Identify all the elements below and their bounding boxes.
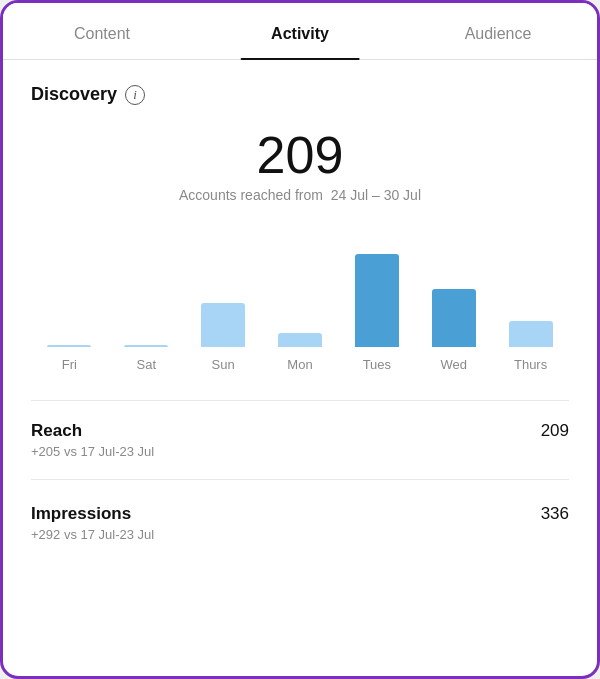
bar-label-fri: Fri [31, 357, 108, 372]
tab-bar: Content Activity Audience [3, 3, 597, 60]
reach-label: Reach [31, 421, 82, 441]
main-content: Discovery i 209 Accounts reached from 24… [3, 60, 597, 676]
tab-audience[interactable]: Audience [399, 3, 597, 59]
accounts-reached-number: 209 [31, 129, 569, 181]
bar-label-wed: Wed [415, 357, 492, 372]
bar-label-sat: Sat [108, 357, 185, 372]
bar-mon [278, 333, 322, 347]
tab-content[interactable]: Content [3, 3, 201, 59]
date-range-label: Accounts reached from 24 Jul – 30 Jul [31, 187, 569, 203]
bar-label-tues: Tues [338, 357, 415, 372]
metric-impressions: Impressions336+292 vs 17 Jul-23 Jul [31, 504, 569, 542]
bar-fri [47, 345, 91, 347]
reach-change: +205 vs 17 Jul-23 Jul [31, 444, 569, 459]
bar-col-fri [31, 231, 108, 347]
chart-labels: FriSatSunMonTuesWedThurs [31, 357, 569, 372]
bar-col-sat [108, 231, 185, 347]
impressions-change: +292 vs 17 Jul-23 Jul [31, 527, 569, 542]
bar-col-tues [338, 231, 415, 347]
bar-thurs [509, 321, 553, 347]
bar-wed [432, 289, 476, 347]
bar-sun [201, 303, 245, 347]
metrics-container: Reach209+205 vs 17 Jul-23 JulImpressions… [31, 421, 569, 542]
bar-col-thurs [492, 231, 569, 347]
phone-frame: Content Activity Audience Discovery i 20… [0, 0, 600, 679]
discovery-header: Discovery i [31, 84, 569, 105]
bar-tues [355, 254, 399, 347]
bars-area [31, 231, 569, 351]
bar-chart: FriSatSunMonTuesWedThurs [31, 231, 569, 372]
metric-divider-0 [31, 479, 569, 480]
bar-sat [124, 345, 168, 347]
reach-value: 209 [541, 421, 569, 441]
info-icon[interactable]: i [125, 85, 145, 105]
bar-label-thurs: Thurs [492, 357, 569, 372]
bar-label-mon: Mon [262, 357, 339, 372]
bar-col-mon [262, 231, 339, 347]
metric-reach: Reach209+205 vs 17 Jul-23 Jul [31, 421, 569, 480]
discovery-title: Discovery [31, 84, 117, 105]
impressions-label: Impressions [31, 504, 131, 524]
bar-label-sun: Sun [185, 357, 262, 372]
tab-activity[interactable]: Activity [201, 3, 399, 59]
bar-col-sun [185, 231, 262, 347]
divider [31, 400, 569, 401]
bar-col-wed [415, 231, 492, 347]
impressions-value: 336 [541, 504, 569, 524]
